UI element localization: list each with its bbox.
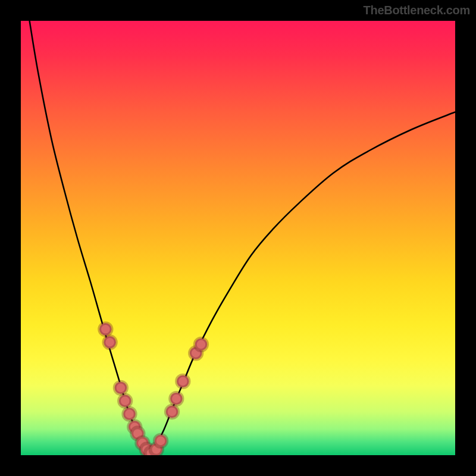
- chart-frame: TheBottleneck.com: [0, 0, 476, 476]
- marker-dot: [177, 375, 189, 387]
- marker-dot: [155, 435, 167, 447]
- marker-dot: [104, 336, 115, 348]
- marker-dot: [123, 408, 135, 419]
- marker-dot: [166, 406, 178, 418]
- marker-dot: [115, 382, 127, 394]
- marker-dots-group: [99, 323, 207, 455]
- curve-right-branch: [151, 112, 455, 455]
- curve-left-branch: [30, 21, 151, 455]
- marker-dot: [99, 323, 111, 335]
- marker-dot: [170, 393, 182, 405]
- marker-dot: [195, 339, 207, 350]
- watermark-text: TheBottleneck.com: [364, 4, 470, 17]
- marker-dot: [119, 395, 131, 407]
- chart-svg: [21, 21, 455, 455]
